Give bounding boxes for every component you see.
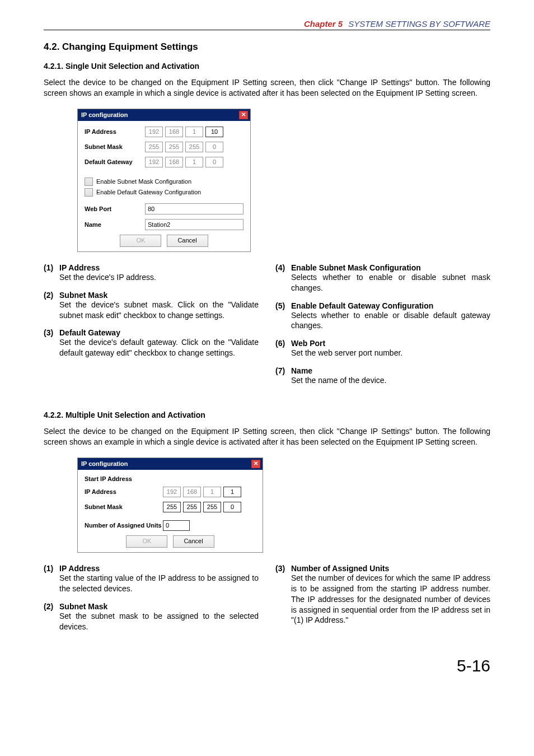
dialog-titlebar: IP configuration ✕ <box>78 458 263 470</box>
description-item: (1)IP AddressSet the device's IP address… <box>44 263 259 283</box>
item-title: Default Gateway <box>59 328 120 337</box>
ip-octet-3[interactable]: 1 <box>203 487 221 497</box>
sm-octet-3[interactable]: 255 <box>203 502 221 512</box>
dialog-titlebar: IP configuration ✕ <box>78 109 250 121</box>
ok-button[interactable]: OK <box>126 535 167 548</box>
item-title: Subnet Mask <box>59 602 107 611</box>
item-number: (3) <box>275 564 291 573</box>
description-item: (7)NameSet the name of the device. <box>275 366 490 386</box>
item-description: Set the subnet mask to be assigned to th… <box>59 611 259 632</box>
sm-octet-2[interactable]: 255 <box>183 502 201 512</box>
chapter-title: SYSTEM SETTINGS BY SOFTWARE <box>348 19 490 29</box>
item-title: Name <box>291 366 312 375</box>
description-item: (1)IP AddressSet the starting value of t… <box>44 564 259 594</box>
item-description: Set the device's IP address. <box>59 272 259 283</box>
gw-octet-2[interactable]: 168 <box>165 157 183 167</box>
ip-config-dialog-single: IP configuration ✕ IP Address 192 168 1 … <box>77 109 251 252</box>
item-number: (5) <box>275 301 291 310</box>
close-icon[interactable]: ✕ <box>251 460 260 468</box>
item-title: Web Port <box>291 339 325 348</box>
description-item: (3)Number of Assigned UnitsSet the numbe… <box>275 564 490 626</box>
dialog-title-text: IP configuration <box>81 111 128 118</box>
item-description: Set the name of the device. <box>291 375 490 386</box>
item-title: Subnet Mask <box>59 291 107 300</box>
web-port-input[interactable]: 80 <box>145 203 243 214</box>
item-description: Selects whether to enable or disable def… <box>291 310 490 332</box>
item-description: Set the number of devices for which the … <box>291 573 490 626</box>
ip-octet-2[interactable]: 168 <box>165 127 183 137</box>
enable-gateway-label: Enable Default Gateway Configuration <box>96 189 201 195</box>
number-units-input[interactable]: 0 <box>163 520 190 531</box>
cancel-button[interactable]: Cancel <box>167 235 208 247</box>
item-number: (2) <box>44 602 59 611</box>
section-title-42: 4.2. Changing Equipment Settings <box>44 41 490 53</box>
default-gateway-label: Default Gateway <box>85 158 145 165</box>
ip-octet-1[interactable]: 192 <box>145 127 163 137</box>
gw-octet-3[interactable]: 1 <box>185 157 203 167</box>
number-units-label: Number of Assigned Units <box>85 522 163 529</box>
name-input[interactable]: Station2 <box>145 219 243 230</box>
item-description: Selects whether to enable or disable sub… <box>291 272 490 293</box>
item-number: (6) <box>275 339 291 348</box>
description-item: (3)Default GatewaySet the device's defau… <box>44 328 259 358</box>
enable-subnet-checkbox[interactable] <box>85 178 93 186</box>
section-title-422: 4.2.2. Multiple Unit Selection and Activ… <box>44 410 490 419</box>
gw-octet-4[interactable]: 0 <box>205 157 223 167</box>
item-description: Set the device's default gateway. Click … <box>59 337 259 358</box>
ip-octet-2[interactable]: 168 <box>183 487 201 497</box>
ip-octet-4[interactable]: 10 <box>205 127 223 137</box>
ip-config-dialog-multiple: IP configuration ✕ Start IP Address IP A… <box>77 458 263 553</box>
item-title: Number of Assigned Units <box>291 564 389 573</box>
close-icon[interactable]: ✕ <box>239 111 248 119</box>
item-description: Set the web server port number. <box>291 348 490 358</box>
item-number: (4) <box>275 263 291 272</box>
item-number: (1) <box>44 263 59 272</box>
description-item: (4)Enable Subnet Mask ConfigurationSelec… <box>275 263 490 293</box>
ip-octet-4[interactable]: 1 <box>223 487 241 497</box>
description-item: (2)Subnet MaskSet the device's subnet ma… <box>44 291 259 321</box>
section-title-421: 4.2.1. Single Unit Selection and Activat… <box>44 62 490 71</box>
cancel-button[interactable]: Cancel <box>173 535 214 548</box>
intro-421: Select the device to be changed on the E… <box>44 77 490 99</box>
sm-octet-4[interactable]: 0 <box>205 142 223 152</box>
item-number: (1) <box>44 564 59 573</box>
sm-octet-3[interactable]: 255 <box>185 142 203 152</box>
page-number: 5-16 <box>44 656 490 675</box>
header-rule <box>44 30 490 30</box>
description-item: (5)Enable Default Gateway ConfigurationS… <box>275 301 490 332</box>
ip-address-label: IP Address <box>85 488 163 495</box>
sm-octet-4[interactable]: 0 <box>223 502 241 512</box>
item-number: (7) <box>275 366 291 375</box>
ip-octet-1[interactable]: 192 <box>163 487 181 497</box>
sm-octet-2[interactable]: 255 <box>165 142 183 152</box>
gw-octet-1[interactable]: 192 <box>145 157 163 167</box>
item-number: (3) <box>44 328 59 337</box>
item-title: Enable Subnet Mask Configuration <box>291 263 421 272</box>
ok-button[interactable]: OK <box>120 235 161 247</box>
description-item: (6)Web PortSet the web server port numbe… <box>275 339 490 358</box>
item-title: Enable Default Gateway Configuration <box>291 301 433 310</box>
sm-octet-1[interactable]: 255 <box>145 142 163 152</box>
item-description: Set the device's subnet mask. Click on t… <box>59 300 259 321</box>
chapter-label: Chapter 5 <box>304 19 343 29</box>
subnet-mask-label: Subnet Mask <box>85 143 145 150</box>
page-header: Chapter 5 SYSTEM SETTINGS BY SOFTWARE <box>44 19 490 29</box>
ip-address-label: IP Address <box>85 128 145 135</box>
intro-422: Select the device to be changed on the E… <box>44 426 490 447</box>
start-ip-label: Start IP Address <box>85 475 163 482</box>
sm-octet-1[interactable]: 255 <box>163 502 181 512</box>
item-title: IP Address <box>59 564 100 573</box>
enable-subnet-label: Enable Subnet Mask Configuration <box>96 178 191 185</box>
name-label: Name <box>85 221 145 228</box>
dialog-title-text: IP configuration <box>81 460 128 467</box>
enable-gateway-checkbox[interactable] <box>85 188 93 197</box>
item-number: (2) <box>44 291 59 300</box>
item-description: Set the starting value of the IP address… <box>59 573 259 594</box>
description-item: (2)Subnet MaskSet the subnet mask to be … <box>44 602 259 632</box>
item-title: IP Address <box>59 263 100 272</box>
ip-octet-3[interactable]: 1 <box>185 127 203 137</box>
subnet-mask-label: Subnet Mask <box>85 503 163 510</box>
web-port-label: Web Port <box>85 206 145 212</box>
